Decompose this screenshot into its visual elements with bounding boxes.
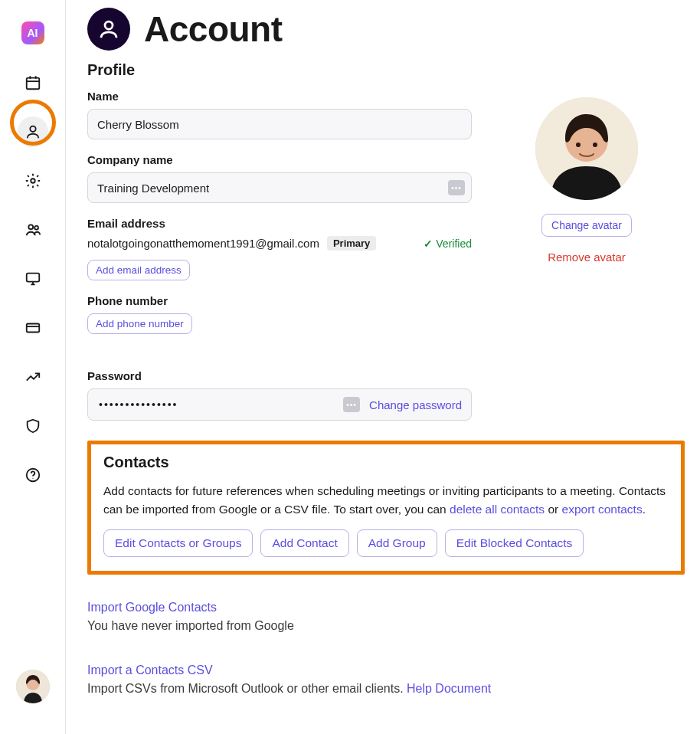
nav-billing[interactable] [18, 313, 48, 343]
page-header-icon-badge [87, 8, 130, 51]
svg-rect-11 [26, 324, 39, 333]
help-document-link[interactable]: Help Document [407, 682, 491, 695]
company-value: Training Development [97, 182, 209, 195]
email-primary-badge: Primary [327, 236, 376, 251]
app-logo-text: AI [28, 27, 38, 39]
import-csv-desc: Import CSVs from Microsoft Outlook or ot… [87, 682, 679, 696]
svg-point-4 [30, 126, 35, 132]
monitor-icon [25, 270, 41, 287]
nav-display[interactable] [18, 264, 48, 294]
help-circle-icon [25, 467, 41, 483]
phone-label: Phone number [87, 294, 472, 307]
edit-contacts-button[interactable]: Edit Contacts or Groups [103, 529, 253, 557]
email-verified-status: Verified [424, 238, 472, 250]
person-icon [25, 123, 41, 140]
shield-icon [25, 418, 41, 434]
nav-account[interactable] [18, 116, 48, 147]
person-icon [97, 18, 120, 41]
sidebar: AI [0, 0, 66, 734]
people-icon [25, 221, 41, 238]
change-avatar-button[interactable]: Change avatar [541, 214, 632, 237]
svg-rect-0 [26, 78, 39, 90]
company-trailing-icon[interactable] [448, 180, 465, 195]
svg-point-17 [105, 21, 113, 29]
app-logo[interactable]: AI [21, 21, 44, 44]
add-email-button[interactable]: Add email address [87, 260, 190, 280]
main-content: Account Profile Name Cherry Blossom Comp… [66, 0, 700, 734]
svg-point-5 [31, 179, 35, 183]
export-contacts-link[interactable]: export contacts [562, 503, 643, 516]
name-input[interactable]: Cherry Blossom [87, 109, 472, 139]
sidebar-nav [18, 67, 48, 490]
import-csv-link[interactable]: Import a Contacts CSV [87, 664, 213, 677]
svg-point-7 [34, 226, 38, 230]
nav-team[interactable] [18, 215, 48, 245]
page-header: Account [87, 8, 679, 51]
nav-help[interactable] [18, 460, 48, 490]
nav-calendar[interactable] [18, 67, 48, 98]
add-contact-button[interactable]: Add Contact [260, 529, 348, 557]
contacts-description: Add contacts for future references when … [103, 482, 669, 519]
password-label: Password [87, 369, 679, 382]
profile-section-title: Profile [87, 61, 679, 79]
change-password-button[interactable]: Change password [369, 398, 462, 411]
avatar-large [535, 97, 638, 200]
password-masked: ••••••••••••••• [99, 398, 178, 411]
import-google-contacts-link[interactable]: Import Google Contacts [87, 601, 217, 614]
avatar-illustration [535, 97, 638, 200]
company-label: Company name [87, 153, 472, 166]
calendar-icon [25, 74, 41, 91]
trending-up-icon [25, 369, 41, 385]
avatar-illustration-small [16, 670, 50, 703]
contacts-highlight-box: Contacts Add contacts for future referen… [87, 441, 685, 575]
email-label: Email address [87, 217, 472, 230]
password-trailing-icon[interactable] [343, 397, 360, 412]
svg-point-6 [28, 224, 33, 229]
edit-blocked-contacts-button[interactable]: Edit Blocked Contacts [445, 529, 584, 557]
page-title: Account [144, 8, 283, 50]
nav-security[interactable] [18, 411, 48, 441]
credit-card-icon [25, 319, 41, 336]
email-value: notalotgoingonatthemoment1991@gmail.com [87, 237, 319, 250]
svg-rect-8 [26, 274, 39, 282]
import-google-status: You have never imported from Google [87, 619, 679, 633]
add-group-button[interactable]: Add Group [357, 529, 437, 557]
svg-point-14 [32, 478, 33, 479]
nav-settings[interactable] [18, 165, 48, 196]
remove-avatar-link[interactable]: Remove avatar [548, 251, 626, 264]
user-avatar-small[interactable] [16, 670, 50, 703]
nav-analytics[interactable] [18, 362, 48, 392]
password-row: ••••••••••••••• Change password [87, 388, 472, 421]
contacts-section-title: Contacts [103, 454, 669, 471]
gear-icon [25, 172, 41, 189]
add-phone-button[interactable]: Add phone number [87, 313, 192, 334]
delete-all-contacts-link[interactable]: delete all contacts [450, 503, 545, 516]
name-label: Name [87, 90, 472, 103]
name-value: Cherry Blossom [97, 118, 179, 131]
company-input[interactable]: Training Development [87, 172, 472, 203]
